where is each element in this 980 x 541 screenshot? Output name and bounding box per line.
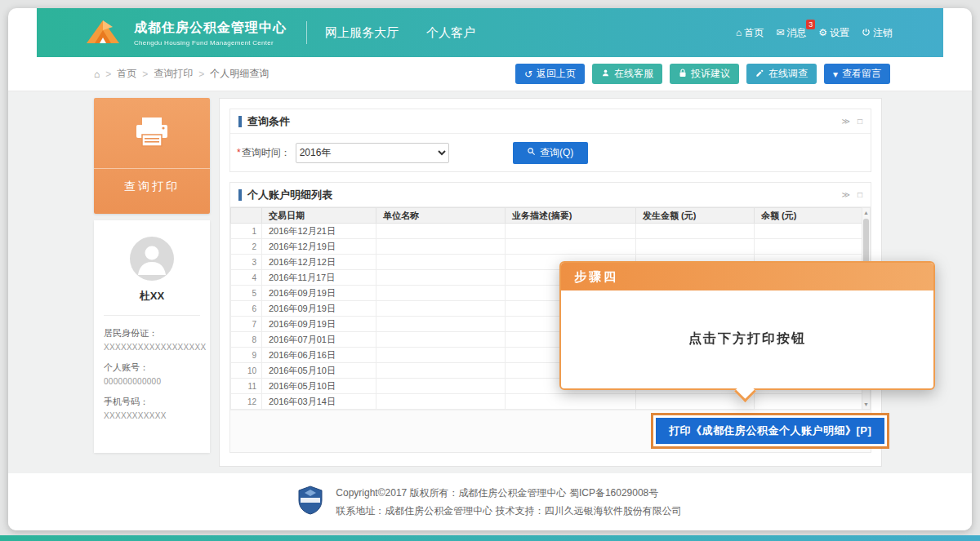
breadcrumb-item-query-print[interactable]: 查询打印: [154, 67, 193, 81]
complaint-button[interactable]: 投诉建议: [670, 64, 739, 84]
col-company: 单位名称: [376, 208, 506, 224]
cell-company: [376, 255, 506, 270]
header-logout-link[interactable]: 注销: [862, 26, 893, 40]
message-count-badge: 3: [806, 20, 815, 29]
query-time-select[interactable]: 2016年: [296, 143, 449, 163]
pencil-icon: [755, 69, 764, 79]
sidebar-item-label: 查询打印: [124, 180, 180, 194]
tooltip-title: 步骤四: [561, 263, 933, 290]
cell-company: [376, 394, 506, 410]
cell-company: [376, 363, 506, 379]
cell-company: [376, 317, 506, 332]
query-button-label: 查询(Q): [540, 146, 573, 160]
window-icon[interactable]: □: [858, 117, 862, 126]
phone-label: 手机号码：: [104, 396, 200, 408]
cell-company: [376, 379, 506, 394]
breadcrumb-bar: ⌂ > 首页 > 查询打印 > 个人明细查询 ↺ 返回上页 在线客服: [8, 57, 972, 91]
panel-controls: ≫ □: [841, 190, 862, 199]
breadcrumb-item-home[interactable]: 首页: [117, 67, 136, 81]
contact-line: 联系地址：成都住房公积金管理中心 技术支持：四川久远银海软件股份有限公司: [336, 502, 681, 520]
cell-date: 2016年05月10日: [262, 363, 376, 379]
query-button[interactable]: 查询(Q): [513, 142, 588, 164]
required-asterisk: *: [237, 147, 241, 158]
page-card: 成都住房公积金管理中心 Chengdu Housing Fund Managem…: [8, 8, 972, 530]
window-icon[interactable]: □: [858, 190, 862, 199]
collapse-icon[interactable]: ≫: [841, 117, 849, 126]
row-number: 3: [231, 255, 262, 270]
cell-amount: [636, 239, 755, 255]
settings-label: 设置: [830, 26, 849, 40]
nav-online-hall[interactable]: 网上服务大厅: [325, 25, 399, 41]
row-number: 6: [231, 301, 262, 317]
tooltip-body: 点击下方打印按钮: [561, 290, 933, 387]
cell-balance: [755, 224, 864, 239]
row-number: 11: [231, 379, 262, 394]
row-number: 2: [231, 239, 262, 255]
cell-date: 2016年05月10日: [262, 379, 376, 394]
header-messages-link[interactable]: ✉ 消息 3: [776, 26, 806, 40]
scroll-down-arrow[interactable]: ▼: [863, 400, 869, 409]
logo-icon: [82, 16, 124, 50]
cell-balance: [755, 394, 864, 410]
col-description: 业务描述(摘要): [506, 208, 636, 224]
copyright-line: Copyright©2017 版权所有：成都住房公积金管理中心 蜀ICP备160…: [336, 484, 681, 502]
row-number: 12: [231, 394, 262, 410]
query-time-label: 查询时间：: [242, 146, 291, 160]
list-panel-header: 个人账户明细列表 ≫ □: [230, 183, 871, 207]
cell-amount: [636, 394, 755, 410]
breadcrumb-item-current: 个人明细查询: [210, 67, 269, 81]
row-number: 7: [231, 317, 262, 332]
survey-label: 在线调查: [768, 67, 808, 81]
online-service-button[interactable]: 在线客服: [592, 64, 662, 84]
col-date: 交易日期: [262, 208, 376, 224]
panel-controls: ≫ □: [841, 117, 862, 126]
lock-icon: [679, 69, 687, 79]
query-panel-header: 查询条件 ≫ □: [230, 109, 871, 134]
row-number: 5: [231, 286, 262, 301]
chevron-down-icon: ▾: [833, 69, 838, 79]
query-panel-title: 查询条件: [247, 114, 290, 129]
breadcrumb: ⌂ > 首页 > 查询打印 > 个人明细查询: [94, 67, 269, 81]
query-conditions-panel: 查询条件 ≫ □ * 查询时间： 2016年: [229, 109, 871, 172]
cell-company: [376, 332, 506, 348]
account-row: 个人账号： 000000000000: [104, 361, 200, 386]
view-messages-button[interactable]: ▾ 查看留言: [824, 64, 890, 84]
person-icon: [601, 69, 610, 79]
home-icon: ⌂: [736, 28, 742, 38]
table-row[interactable]: 12016年12月21日: [231, 224, 864, 239]
back-button[interactable]: ↺ 返回上页: [515, 64, 585, 84]
scroll-up-arrow[interactable]: ▲: [863, 208, 869, 217]
mail-icon: ✉: [776, 28, 784, 38]
shield-badge-icon: [298, 486, 323, 518]
row-number: 9: [231, 348, 262, 363]
footer-text: Copyright©2017 版权所有：成都住房公积金管理中心 蜀ICP备160…: [336, 484, 681, 520]
header-settings-link[interactable]: ⚙ 设置: [818, 26, 849, 40]
collapse-icon[interactable]: ≫: [841, 190, 849, 199]
cell-date: 2016年11月17日: [262, 270, 376, 286]
header-actions: ⌂ 首页 ✉ 消息 3 ⚙ 设置 注销: [736, 26, 893, 40]
print-button-highlight: 打印《成都住房公积金个人账户明细》[P]: [651, 413, 889, 449]
nav-personal-customer[interactable]: 个人客户: [426, 25, 475, 41]
user-panel: 杜XX 居民身份证： XXXXXXXXXXXXXXXXXX 个人账号： 0000…: [94, 220, 210, 453]
bottom-accent-bar: [0, 535, 980, 541]
brand: 成都住房公积金管理中心 Chengdu Housing Fund Managem…: [134, 20, 287, 47]
survey-button[interactable]: 在线调查: [746, 64, 817, 84]
screen: 成都住房公积金管理中心 Chengdu Housing Fund Managem…: [0, 0, 980, 541]
cell-date: 2016年12月12日: [262, 255, 376, 270]
header-home-link[interactable]: ⌂ 首页: [736, 26, 764, 40]
row-number: 4: [231, 270, 262, 286]
id-card-value: XXXXXXXXXXXXXXXXXX: [104, 343, 200, 352]
sidebar-item-query-print[interactable]: 查询打印: [94, 98, 210, 214]
row-number: 8: [231, 332, 262, 348]
breadcrumb-home-icon[interactable]: ⌂: [94, 69, 100, 80]
breadcrumb-separator: >: [105, 69, 111, 80]
table-row[interactable]: 122016年03月14日: [231, 394, 864, 410]
cell-company: [376, 270, 506, 286]
table-row[interactable]: 22016年12月19日: [231, 239, 864, 255]
print-button[interactable]: 打印《成都住房公积金个人账户明细》[P]: [656, 418, 884, 444]
panel-title-bar: [238, 116, 242, 127]
query-form-row: * 查询时间： 2016年 查询(Q): [230, 134, 871, 171]
col-amount: 发生金额 (元): [636, 208, 755, 224]
phone-value: XXXXXXXXXXX: [104, 411, 200, 420]
complaint-label: 投诉建议: [691, 67, 730, 81]
